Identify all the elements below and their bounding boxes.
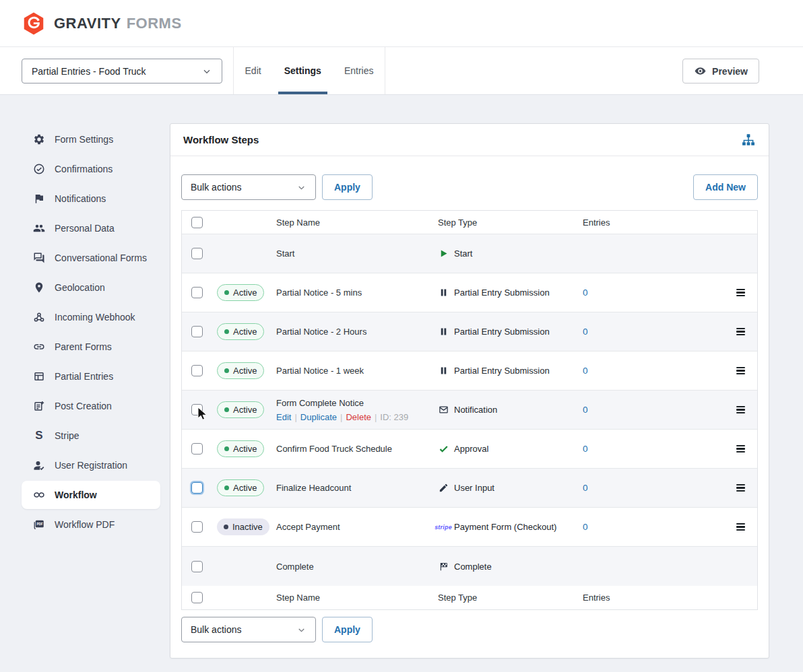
row-checkbox[interactable] [191,404,203,415]
footer-entries: Entries [577,593,729,603]
table-row-form-complete-notice: ActiveForm Complete NoticeEdit|Duplicate… [182,391,757,430]
brand-secondary: FORMS [127,15,182,32]
select-all-checkbox[interactable] [191,217,203,228]
flag-icon [32,192,46,205]
duplicate-link[interactable]: Duplicate [300,412,337,422]
sidebar-item-post-creation[interactable]: Post Creation [22,391,160,421]
checkered-flag-icon [438,562,449,572]
brand-wordmark: GRAVITY FORMS [54,15,182,32]
entries-count-link[interactable]: 0 [583,405,588,415]
entries-count-link[interactable]: 0 [583,288,588,298]
table-icon [32,370,46,383]
card-title: Workflow Steps [183,134,259,145]
row-checkbox[interactable] [191,326,203,337]
drag-handle-icon[interactable] [735,520,746,534]
bulk-actions-select-top[interactable]: Bulk actions [181,174,316,200]
drag-handle-icon[interactable] [735,442,746,456]
workflow-steps-card: Workflow Steps Bulk actions Apply Add Ne… [170,123,769,659]
sidebar-item-workflow-pdf[interactable]: PDFWorkflow PDF [22,510,160,539]
preview-button[interactable]: Preview [682,59,759,83]
table-footer-header-row: Step Name Step Type Entries [182,586,757,609]
sidebar-item-label: User Registration [55,460,127,471]
sidebar-item-label: Conversational Forms [55,253,147,263]
step-name: Form Complete Notice [276,398,438,408]
drag-handle-icon[interactable] [735,481,746,495]
drag-handle-icon[interactable] [735,403,746,417]
step-name: Partial Notice - 2 Hours [276,327,438,337]
status-dot-icon [224,407,229,412]
row-checkbox[interactable] [191,561,203,572]
sidebar-item-confirmations[interactable]: Confirmations [22,154,160,184]
step-name: Finalize Headcount [276,483,438,493]
add-new-button[interactable]: Add New [693,174,758,200]
bulk-actions-value: Bulk actions [191,624,296,635]
table-row-complete: CompleteComplete [182,547,757,586]
sidebar-item-personal-data[interactable]: Personal Data [22,213,160,243]
table-toolbar-top: Bulk actions Apply Add New [181,174,758,200]
drag-handle-icon[interactable] [735,325,746,339]
status-dot-icon [224,485,229,490]
header-step-name: Step Name [276,217,438,228]
sidebar-item-stripe[interactable]: SStripe [22,421,160,450]
entries-count-link[interactable]: 0 [583,366,588,376]
step-type-label: Partial Entry Submission [454,366,550,376]
sidebar-item-incoming-webhook[interactable]: Incoming Webhook [22,302,160,332]
sidebar-item-parent-forms[interactable]: Parent Forms [22,332,160,362]
row-checkbox[interactable] [191,521,203,533]
gravity-forms-logo-icon [22,11,46,36]
user-check-icon [32,459,46,472]
drag-handle-icon[interactable] [735,364,746,378]
bulk-actions-select-bottom[interactable]: Bulk actions [181,617,316,642]
sidebar-item-partial-entries[interactable]: Partial Entries [22,362,160,391]
entries-count-link[interactable]: 0 [583,522,588,532]
apply-button-bottom[interactable]: Apply [322,617,373,642]
step-type-label: User Input [454,483,494,493]
chevron-down-icon [296,182,307,193]
row-checkbox[interactable] [191,482,203,494]
row-checkbox[interactable] [191,287,203,298]
sidebar-item-label: Parent Forms [55,341,112,352]
table-row-partial-notice-2-hours: ActivePartial Notice - 2 HoursPartial En… [182,312,757,351]
table-row-finalize-headcount: ActiveFinalize HeadcountUser Input0 [182,469,757,508]
drag-handle-icon[interactable] [735,286,746,300]
entries-count-link[interactable]: 0 [583,327,588,337]
sidebar-item-form-settings[interactable]: Form Settings [22,125,160,154]
row-checkbox[interactable] [191,248,203,259]
status-badge: Active [217,323,264,340]
header-entries: Entries [577,217,729,228]
sitemap-icon[interactable] [741,133,756,147]
sidebar-item-user-registration[interactable]: User Registration [22,450,160,480]
row-checkbox[interactable] [191,365,203,376]
entries-count-link[interactable]: 0 [583,444,588,454]
tab-settings[interactable]: Settings [284,47,321,94]
tab-edit[interactable]: Edit [245,47,261,94]
tab-entries[interactable]: Entries [344,47,374,94]
brand-primary: GRAVITY [54,15,121,32]
sidebar-item-workflow[interactable]: Workflow [22,481,160,509]
edit-link[interactable]: Edit [276,412,291,422]
entries-count-link[interactable]: 0 [583,483,588,493]
sidebar-item-label: Personal Data [55,223,115,234]
status-badge: Active [217,479,264,496]
form-tabs: EditSettingsEntries [233,47,385,94]
step-type-label: Complete [454,562,492,572]
bulk-actions-value: Bulk actions [191,182,296,193]
step-name: Accept Payment [276,522,438,532]
delete-link[interactable]: Delete [346,412,371,422]
apply-button-top[interactable]: Apply [322,174,373,200]
sidebar-item-geolocation[interactable]: Geolocation [22,273,160,302]
select-all-checkbox-bottom[interactable] [191,592,203,603]
sidebar-item-notifications[interactable]: Notifications [22,184,160,213]
form-selector-dropdown[interactable]: Partial Entries - Food Truck [22,59,222,83]
step-id: ID: 239 [380,412,408,422]
status-dot-icon [224,446,229,451]
row-checkbox[interactable] [191,443,203,455]
footer-step-name: Step Name [276,593,438,603]
webhook-icon [32,310,46,324]
status-badge: Active [217,284,264,301]
sidebar-item-conversational-forms[interactable]: Conversational Forms [22,243,160,273]
step-name: Confirm Food Truck Schedule [276,444,438,454]
pause-icon [438,366,449,376]
top-brand-bar: GRAVITY FORMS [0,0,803,47]
form-toolbar: Partial Entries - Food Truck EditSetting… [0,47,803,95]
